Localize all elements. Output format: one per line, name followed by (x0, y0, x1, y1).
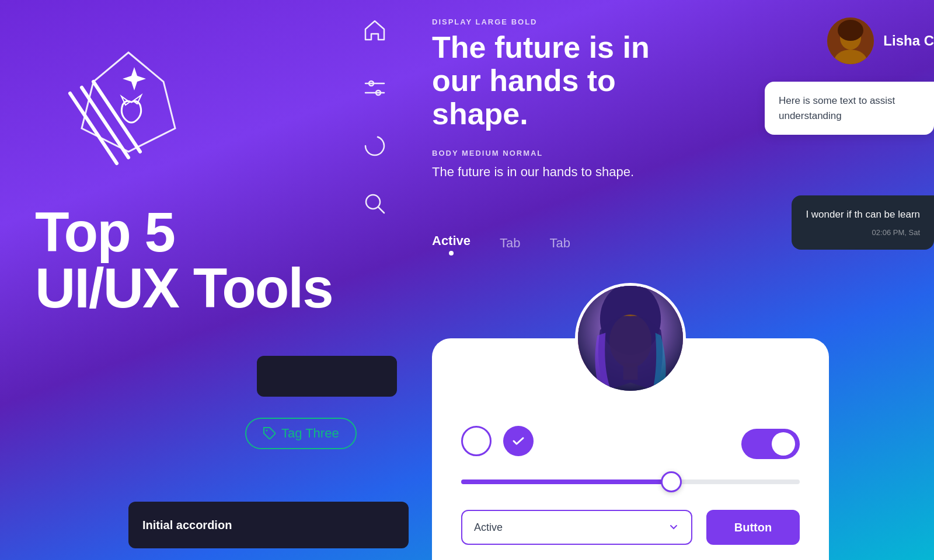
slider-fill (461, 480, 671, 484)
tab-1[interactable]: Tab (500, 236, 520, 251)
tag-pill[interactable]: Tag Three (245, 418, 357, 449)
button-label: Button (734, 521, 772, 534)
checkmark-icon (510, 433, 527, 449)
display-label: DISPLAY LARGE BOLD (432, 18, 700, 26)
accordion-label: Initial accordion (142, 519, 232, 532)
settings-icon[interactable] (362, 75, 388, 101)
toggle-knob (772, 432, 795, 456)
chevron-down-icon (668, 522, 679, 533)
profile-image (575, 283, 686, 394)
tab-navigation: Active Tab Tab (432, 233, 570, 253)
body-label: BODY MEDIUM NORMAL (432, 149, 700, 158)
user-name: Lisha C (883, 33, 934, 49)
title-line1: Top 5 (35, 204, 333, 260)
main-title: Top 5 UI/UX Tools (35, 204, 333, 316)
home-icon[interactable] (362, 18, 388, 43)
tab-2[interactable]: Tab (550, 236, 570, 251)
tag-icon (263, 426, 277, 440)
chat-bubble-white: Here is some text to assist understandin… (765, 82, 934, 135)
card-bottom-row: Active Button (461, 510, 800, 545)
slider-thumb[interactable] (661, 471, 682, 492)
select-value: Active (474, 522, 503, 534)
svg-point-18 (838, 20, 863, 41)
select-field[interactable]: Active (461, 510, 692, 545)
chat-bubble-2-text: I wonder if th can be learn (806, 209, 920, 220)
checkbox-checked[interactable] (503, 426, 534, 456)
user-avatar-area: Lisha C (827, 18, 934, 64)
svg-point-8 (365, 136, 384, 155)
card-panel: Active Button (432, 338, 829, 560)
search-icon[interactable] (362, 191, 388, 216)
logo-area (35, 35, 222, 201)
logo-icon (35, 35, 222, 198)
user-avatar-image (827, 18, 874, 64)
slider-track (461, 480, 800, 484)
controls-row (461, 426, 800, 456)
sidebar-nav (362, 18, 388, 216)
chat-bubble-1-text: Here is some text to assist understandin… (779, 95, 895, 121)
loading-icon[interactable] (362, 133, 388, 159)
chat-bubble-dark: I wonder if th can be learn 02:06 PM, Sa… (792, 195, 934, 250)
title-line2: UI/UX Tools (35, 260, 333, 316)
body-text: The future is in our hands to shape. (432, 163, 700, 181)
display-title: The future is in our hands to shape. (432, 31, 700, 131)
slider-container (461, 480, 800, 484)
svg-line-10 (378, 207, 384, 213)
user-avatar (827, 18, 874, 64)
tab-active[interactable]: Active (432, 233, 471, 253)
button-purple[interactable]: Button (706, 510, 800, 545)
typography-area: DISPLAY LARGE BOLD The future is in our … (432, 18, 700, 181)
svg-point-3 (266, 430, 268, 432)
tag-label: Tag Three (281, 426, 339, 441)
chat-time: 02:06 PM, Sat (806, 227, 920, 239)
toggle-switch[interactable] (741, 429, 800, 459)
radio-button-unselected[interactable] (461, 426, 492, 456)
dark-rectangle (257, 356, 397, 397)
accordion-item[interactable]: Initial accordion (128, 502, 409, 548)
profile-avatar (578, 283, 683, 394)
